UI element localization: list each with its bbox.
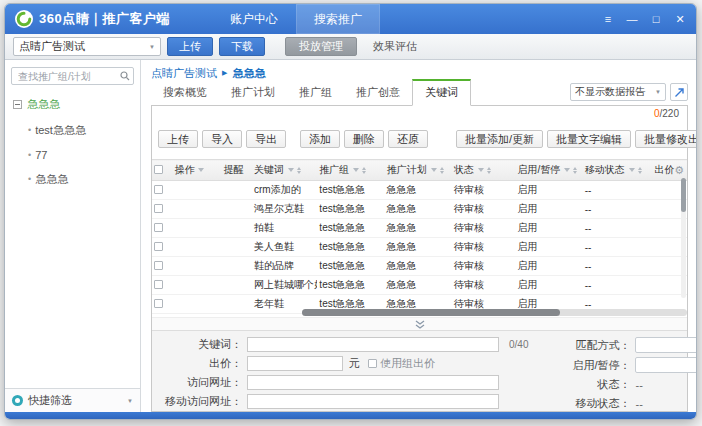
account-select[interactable]: 点睛广告测试 ▼	[13, 37, 161, 56]
tree-child-node[interactable]: • test急急急	[28, 123, 134, 138]
plan-cell: 急急急	[385, 181, 452, 200]
breadcrumb-parent-link[interactable]: 点睛广告测试	[151, 66, 217, 81]
tab-keywords[interactable]: 关键词	[412, 79, 471, 106]
filter-icon[interactable]	[353, 168, 359, 172]
tree-child-node[interactable]: • 急急急	[28, 172, 134, 187]
mobile-status-cell: --	[583, 181, 652, 200]
export-report-button[interactable]	[670, 83, 688, 101]
group-cell: test急急急	[317, 181, 384, 200]
row-checkbox[interactable]	[154, 261, 163, 270]
url-field[interactable]	[247, 375, 499, 390]
row-checkbox[interactable]	[154, 185, 163, 194]
pause-select[interactable]: ▼	[635, 357, 697, 373]
tab-ad-group[interactable]: 推广组	[287, 81, 344, 105]
horizontal-scrollbar[interactable]	[302, 309, 687, 316]
status-cell: 待审核	[452, 200, 515, 219]
report-dropdown[interactable]: 不显示数据报告 ▼	[570, 83, 666, 101]
op-cell	[172, 314, 221, 318]
batch-text-edit-button[interactable]: 批量文字编辑	[547, 130, 631, 148]
close-icon[interactable]: ✕	[674, 13, 686, 26]
filter-icon[interactable]	[288, 168, 294, 172]
quick-filter-bar[interactable]: 快捷筛选 ▼	[5, 388, 140, 412]
sort-icon[interactable]	[573, 167, 577, 174]
sort-icon[interactable]	[362, 167, 366, 174]
row-checkbox[interactable]	[154, 242, 163, 251]
keyword-cell: crm添加的	[252, 181, 317, 200]
vertical-scrollbar[interactable]	[681, 178, 686, 298]
chevron-down-icon[interactable]: ▼	[127, 398, 133, 404]
chevron-down-icon: ▼	[655, 89, 661, 95]
group-cell: test急急急	[317, 257, 384, 276]
nav-account-center[interactable]: 账户中心	[212, 4, 296, 34]
sort-icon[interactable]	[440, 167, 444, 174]
mobile-status-cell: --	[583, 238, 652, 257]
filter-icon[interactable]	[431, 168, 437, 172]
tab-search-overview[interactable]: 搜索概览	[151, 81, 219, 105]
breadcrumb-current[interactable]: 急急急	[232, 66, 265, 81]
export-button[interactable]: 导出	[246, 130, 286, 148]
keywords-table: 操作 提醒 关键词 推广组 推广计划 状态 启用/暂停 移动状态 出价⚙	[152, 159, 687, 317]
remind-cell	[221, 219, 252, 238]
row-checkbox[interactable]	[154, 299, 163, 308]
sort-icon[interactable]	[297, 167, 301, 174]
tab-campaign[interactable]: 推广计划	[219, 81, 287, 105]
mobile-url-field[interactable]	[247, 394, 499, 409]
search-icon[interactable]	[120, 67, 130, 85]
keyword-char-counter: 0/40	[509, 339, 528, 350]
upload-button[interactable]: 上传	[167, 37, 213, 56]
filter-icon[interactable]	[629, 168, 635, 172]
restore-button[interactable]: 还原	[388, 130, 428, 148]
use-group-bid-checkbox[interactable]	[368, 359, 377, 368]
tab-creative[interactable]: 推广创意	[344, 81, 412, 105]
bid-field[interactable]	[247, 356, 343, 371]
filter-icon[interactable]	[198, 168, 204, 172]
row-checkbox[interactable]	[154, 280, 163, 289]
menu-icon[interactable]: ≡	[602, 13, 614, 25]
plan-cell: 急急急	[385, 238, 452, 257]
filter-icon[interactable]	[478, 168, 484, 172]
top-nav: 账户中心 搜索推广	[212, 4, 380, 34]
quick-filter-icon	[12, 395, 23, 406]
selection-counter: 0/220	[152, 106, 687, 121]
scrollbar-thumb[interactable]	[681, 178, 686, 212]
tab-delivery-management[interactable]: 投放管理	[285, 37, 357, 56]
collapse-box-icon[interactable]	[13, 100, 22, 109]
sidebar-search-input[interactable]	[16, 70, 120, 83]
keyword-cell: 鸿星尔克鞋	[252, 200, 317, 219]
import-button[interactable]: 导入	[202, 130, 242, 148]
use-group-bid-option[interactable]: 使用组出价	[368, 356, 435, 371]
match-type-select[interactable]: ▼	[635, 337, 697, 353]
column-settings-gear-icon[interactable]: ⚙	[674, 164, 684, 177]
sort-icon[interactable]	[487, 167, 491, 174]
maximize-icon[interactable]: □	[650, 13, 662, 25]
nav-search-promotion[interactable]: 搜索推广	[296, 4, 380, 34]
delete-button[interactable]: 删除	[344, 130, 384, 148]
minimize-icon[interactable]: —	[626, 13, 638, 25]
filter-icon[interactable]	[564, 168, 570, 172]
keyword-field[interactable]	[247, 337, 499, 352]
plan-cell: 急急急	[385, 257, 452, 276]
keyword-cell: 美人鱼鞋	[252, 238, 317, 257]
table-row: 鸿星尔克鞋 test急急急 急急急 待审核 启用 --	[152, 200, 687, 219]
tree-root-node[interactable]: 急急急	[13, 97, 134, 112]
select-all-checkbox[interactable]	[154, 165, 163, 174]
tree-child-node[interactable]: • 77	[28, 149, 134, 161]
row-checkbox[interactable]	[154, 223, 163, 232]
title-bar: 360点睛｜推广客户端 账户中心 搜索推广 ≡ — □ ✕	[5, 4, 696, 34]
enabled-cell: 启用	[515, 219, 582, 238]
upload-keywords-button[interactable]: 上传	[158, 130, 198, 148]
scrollbar-thumb[interactable]	[302, 309, 560, 316]
collapse-panel-toggle[interactable]	[152, 317, 687, 330]
sort-icon[interactable]	[638, 167, 642, 174]
url-label: 访问网址：	[154, 375, 242, 390]
row-checkbox[interactable]	[154, 204, 163, 213]
table-row: 美人鱼鞋 test急急急 急急急 待审核 启用 --	[152, 238, 687, 257]
add-button[interactable]: 添加	[300, 130, 340, 148]
download-button[interactable]: 下载	[219, 37, 265, 56]
double-chevron-down-icon	[413, 320, 427, 329]
remind-cell	[221, 238, 252, 257]
batch-add-update-button[interactable]: 批量添加/更新	[456, 130, 543, 148]
tab-effect-evaluation[interactable]: 效果评估	[373, 39, 417, 54]
batch-bid-edit-button[interactable]: 批量修改出价	[635, 130, 697, 148]
group-cell: test急急急	[317, 200, 384, 219]
